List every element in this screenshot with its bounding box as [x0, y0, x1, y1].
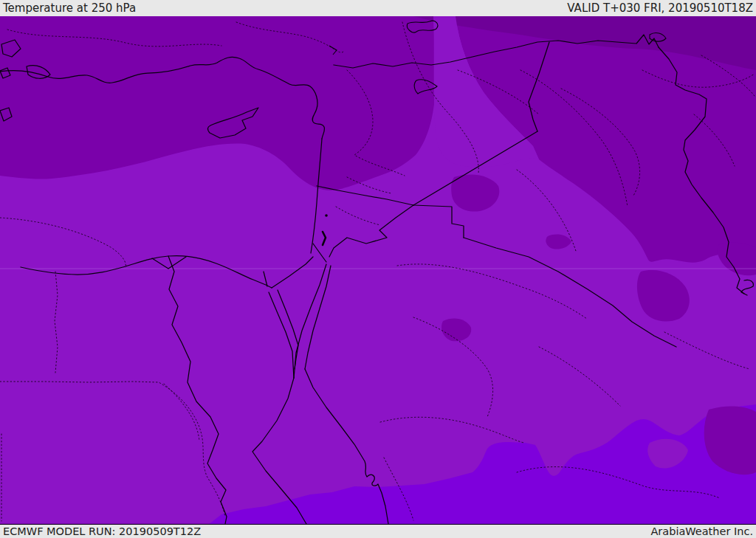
footer-bar: ECMWF MODEL RUN: 20190509T12Z ArabiaWeat… [0, 525, 756, 538]
model-run-label: ECMWF MODEL RUN: 20190509T12Z [3, 526, 201, 537]
valid-time-label: VALID T+030 FRI, 20190510T18Z [567, 3, 753, 14]
header-bar: Temperature at 250 hPa VALID T+030 FRI, … [0, 0, 756, 16]
weather-map-app: Temperature at 250 hPa VALID T+030 FRI, … [0, 0, 756, 538]
weather-map [0, 16, 756, 525]
credit-label: ArabiaWeather Inc. [650, 526, 753, 537]
map-canvas [0, 16, 756, 525]
map-title: Temperature at 250 hPa [3, 3, 136, 14]
